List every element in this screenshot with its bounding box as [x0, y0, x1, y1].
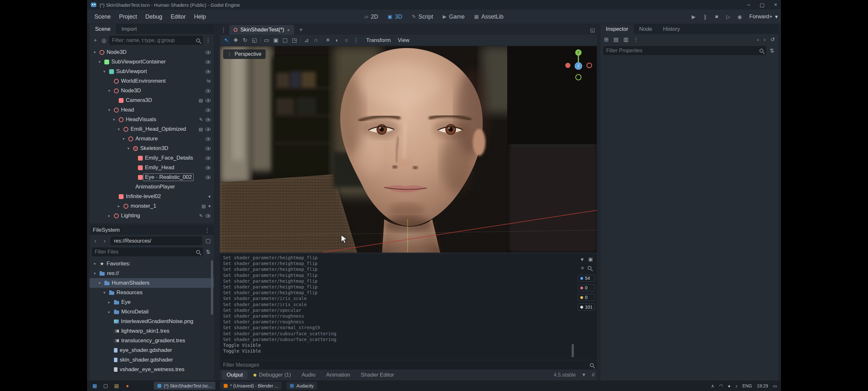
- new-resource-icon[interactable]: ⊞: [604, 36, 609, 43]
- nav-forward-icon[interactable]: ›: [101, 238, 108, 244]
- menu-item[interactable]: Editor: [166, 11, 190, 22]
- search-icon[interactable]: [588, 266, 591, 270]
- warnings-count[interactable]: 0: [578, 294, 595, 301]
- file-tree-row[interactable]: lightwarp_skin1.tres: [90, 326, 214, 336]
- focus-file-icon[interactable]: ▢: [205, 238, 212, 244]
- output-scrollbar[interactable]: [571, 344, 574, 357]
- eye-badge-icon[interactable]: [206, 51, 211, 54]
- tray-expand-icon[interactable]: ∧: [711, 383, 714, 388]
- file-filter-input[interactable]: [95, 249, 194, 255]
- expand-arrow[interactable]: ▾: [116, 127, 121, 132]
- folder-open-icon[interactable]: ▤: [113, 383, 120, 389]
- scene-tree-row[interactable]: ▾ HeadVisuals ✎: [90, 115, 214, 124]
- minimize-icon[interactable]: –: [747, 2, 750, 8]
- eye-badge-icon[interactable]: [206, 147, 211, 150]
- expand-arrow[interactable]: ▸: [106, 300, 112, 304]
- viewport-3d[interactable]: Y Z ⋮ Perspective: [220, 46, 597, 253]
- scale-icon[interactable]: ◱: [250, 36, 258, 45]
- history-forward-icon[interactable]: ›: [764, 36, 766, 43]
- play-icon[interactable]: ▶: [690, 14, 697, 20]
- scene-tree-row[interactable]: Emily_Head: [90, 163, 214, 172]
- scene-tree-row[interactable]: ▾ Emili_Head_Optimized ▤: [90, 124, 214, 134]
- scene-tab[interactable]: SkinShaderTest(*) ×: [229, 25, 294, 35]
- file-tree-row[interactable]: ▾ ★ Favorites:: [90, 259, 214, 269]
- scene-dock-menu-icon[interactable]: ⋮: [205, 37, 212, 44]
- rotate-icon[interactable]: ↻: [241, 36, 249, 45]
- scene-tree-row[interactable]: ▾ Head: [90, 105, 214, 115]
- notifications-icon[interactable]: ▭: [773, 383, 777, 388]
- eye-badge-icon[interactable]: [206, 137, 211, 141]
- errors-count[interactable]: 0: [578, 284, 595, 291]
- add-node-icon[interactable]: +: [92, 37, 99, 44]
- expand-arrow[interactable]: ▾: [121, 137, 126, 141]
- property-sort-icon[interactable]: ⇅: [769, 48, 775, 54]
- chevron-badge-icon[interactable]: ▾: [208, 194, 211, 199]
- volume-icon[interactable]: ♪: [735, 383, 737, 388]
- expand-arrow[interactable]: ▾: [92, 271, 97, 276]
- film-badge-icon[interactable]: ▤: [202, 204, 206, 208]
- chevron-badge-icon[interactable]: ▾: [208, 204, 211, 208]
- godot-window-button[interactable]: (*) SkinShaderTest.tsc...: [154, 382, 215, 390]
- preview-icon[interactable]: ○: [342, 36, 350, 45]
- mode-button[interactable]: ▶ Game: [443, 13, 465, 20]
- eye-badge-icon[interactable]: [206, 60, 211, 64]
- pin-bottom-panel-icon[interactable]: ▼: [581, 372, 586, 378]
- box-select-icon[interactable]: ▭: [262, 36, 271, 45]
- tab-close-icon[interactable]: ×: [287, 27, 290, 33]
- eye-badge-icon[interactable]: [206, 89, 211, 93]
- toolbar-menu[interactable]: Transform: [363, 37, 394, 44]
- file-tree-row[interactable]: ▸ Eye: [90, 298, 214, 307]
- property-filter-input[interactable]: [606, 48, 757, 54]
- maximize-icon[interactable]: ▢: [102, 383, 110, 389]
- bottom-tab[interactable]: Debugger (1): [249, 370, 296, 380]
- scene-tree-row[interactable]: ▸ Lighting ✎: [90, 211, 214, 221]
- blender-window-button[interactable]: * (Unsaved) - Blender ...: [220, 382, 282, 390]
- script-badge-icon[interactable]: ✎: [199, 117, 203, 122]
- clock[interactable]: 19:29: [757, 383, 768, 388]
- eye-badge-icon[interactable]: [206, 118, 211, 121]
- file-tree-row[interactable]: eye_shader.gdshader: [90, 345, 214, 355]
- percent-badge-icon[interactable]: %: [207, 79, 211, 83]
- dock-tab[interactable]: Import: [116, 24, 142, 34]
- scroll-follow-icon[interactable]: ▼: [580, 257, 584, 262]
- scene-tree-row[interactable]: ▾ Node3D: [90, 86, 214, 95]
- expand-bottom-panel-icon[interactable]: #: [592, 372, 595, 378]
- film-badge-icon[interactable]: ▤: [199, 98, 203, 103]
- move-icon[interactable]: ✚: [232, 36, 240, 45]
- eye-badge-icon[interactable]: [206, 99, 211, 102]
- filesystem-scrollbar[interactable]: [211, 260, 213, 315]
- file-tree-row[interactable]: ▾ res://: [90, 269, 214, 278]
- toolbar-menu[interactable]: View: [394, 37, 413, 44]
- menu-item[interactable]: Help: [190, 11, 210, 22]
- dock-tab[interactable]: History: [658, 24, 686, 34]
- film-badge-icon[interactable]: ▤: [199, 127, 203, 132]
- maximize-icon[interactable]: ▢: [760, 2, 765, 8]
- menu-item[interactable]: Scene: [90, 11, 115, 22]
- scene-tree-row[interactable]: ▾ Armature: [90, 134, 214, 144]
- scene-tree-row[interactable]: Camera3D ▤: [90, 95, 214, 105]
- file-tree-row[interactable]: ▾ HumanShaders: [90, 278, 214, 288]
- bottom-tab[interactable]: Animation: [322, 370, 355, 380]
- scene-tree-row[interactable]: ▾ SubViewportContainer: [90, 57, 214, 67]
- save-resource-icon[interactable]: ▥: [623, 36, 628, 43]
- pause-icon[interactable]: ∥: [702, 14, 708, 20]
- dock-tab[interactable]: Inspector: [600, 24, 634, 34]
- nav-back-icon[interactable]: ‹: [92, 238, 99, 244]
- scene-tree-row[interactable]: Eye - Realistic_002: [90, 172, 214, 182]
- file-tree-row[interactable]: ▾ Resources: [90, 288, 214, 298]
- expand-arrow[interactable]: ▾: [97, 281, 102, 285]
- mode-button[interactable]: ✎ Script: [412, 13, 433, 20]
- scene-tree-row[interactable]: ▾ Skeleton3D: [90, 144, 214, 153]
- history-back-icon[interactable]: ‹: [757, 36, 759, 43]
- menu-item[interactable]: Debug: [141, 11, 166, 22]
- keyboard-layout[interactable]: ENG: [742, 383, 752, 388]
- scene-filter-input[interactable]: [112, 37, 194, 43]
- mic-icon[interactable]: ●: [124, 383, 131, 389]
- eye-badge-icon[interactable]: [206, 176, 211, 179]
- object-history-icon[interactable]: ↺: [770, 36, 775, 43]
- eye-badge-icon[interactable]: [206, 70, 211, 74]
- expand-arrow[interactable]: ▾: [97, 60, 102, 64]
- scene-tree-row[interactable]: Infinite-level02 ▾: [90, 192, 214, 201]
- close-icon[interactable]: ×: [774, 2, 777, 8]
- unlock-icon[interactable]: ▢: [281, 36, 289, 45]
